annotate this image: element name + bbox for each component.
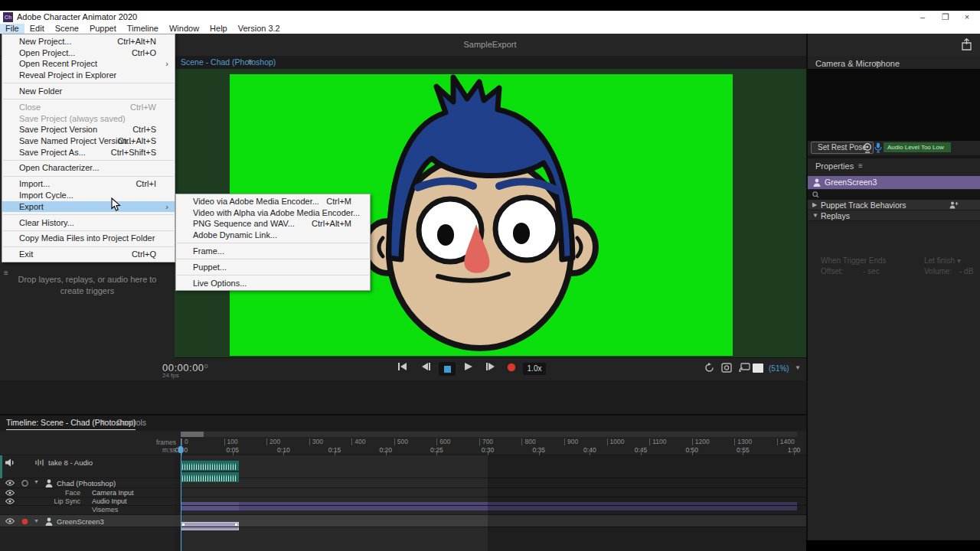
playhead-line[interactable] bbox=[181, 439, 181, 551]
menu-item[interactable]: Copy Media Files into Project Folder bbox=[2, 233, 175, 244]
audio-clip[interactable] bbox=[181, 461, 239, 471]
menu-item-label: Frame... bbox=[193, 246, 224, 256]
menu-item[interactable]: Save Project VersionCtrl+S bbox=[2, 124, 175, 135]
menu-item[interactable]: Frame... bbox=[176, 246, 370, 257]
menu-item-label: New Folder bbox=[19, 86, 62, 96]
menu-item[interactable]: Clear History... bbox=[2, 217, 175, 229]
menu-item[interactable]: Adobe Dynamic Link... bbox=[176, 230, 370, 241]
menu-item[interactable]: Import Cycle... bbox=[2, 190, 175, 201]
camera-panel-menu-icon[interactable]: ≡ bbox=[875, 59, 880, 67]
menu-edit[interactable]: Edit bbox=[24, 24, 50, 34]
viewport-zoom-level[interactable]: (51%) bbox=[769, 364, 789, 373]
menu-separator bbox=[177, 275, 369, 276]
menu-item[interactable]: New Project...Ctrl+Alt+N bbox=[2, 36, 175, 47]
menu-item[interactable]: Save Project As...Ctrl+Shift+S bbox=[2, 147, 175, 158]
menu-item[interactable]: Puppet... bbox=[176, 262, 370, 273]
camera-controls-row: Set Rest Pose Audio Level Too Low bbox=[808, 141, 980, 155]
mouse-cursor bbox=[111, 197, 121, 212]
puppet-track-behaviors-row[interactable]: ▶ Puppet Track Behaviors bbox=[808, 200, 980, 210]
properties-search-input[interactable] bbox=[808, 190, 980, 200]
timecode-frame-suffix: 0 bbox=[204, 363, 207, 370]
right-sidebar: Camera & Microphone ≡ Set Rest Pose Audi… bbox=[808, 56, 980, 540]
record-armed-icon[interactable] bbox=[21, 518, 28, 525]
timeline-panel-menu-icon[interactable]: ≡ bbox=[101, 418, 106, 426]
menu-help[interactable]: Help bbox=[204, 24, 233, 34]
menu-separator bbox=[3, 230, 174, 231]
visibility-eye-icon[interactable] bbox=[5, 480, 15, 486]
ruler-frame-label: 900 bbox=[564, 439, 578, 445]
menu-file[interactable]: File bbox=[0, 24, 24, 34]
ruler-frame-label: 0 bbox=[181, 439, 188, 445]
menu-item[interactable]: Save Named Project Version...Ctrl+Alt+S bbox=[2, 135, 175, 147]
replays-row[interactable]: ▼ Replays bbox=[808, 210, 980, 221]
menu-item-label: New Project... bbox=[19, 37, 71, 46]
playhead-handle[interactable] bbox=[178, 446, 183, 453]
timeline-ruler[interactable]: frames m:ss 0100200300400500600700800900… bbox=[0, 437, 806, 455]
properties-panel-menu-icon[interactable]: ≡ bbox=[858, 161, 863, 170]
visibility-eye-icon[interactable] bbox=[5, 498, 15, 504]
selected-puppet-row[interactable]: GreenScreen3 bbox=[808, 176, 980, 189]
menu-item[interactable]: Export› bbox=[2, 201, 175, 213]
menu-item[interactable]: Reveal Project in Explorer bbox=[2, 70, 175, 81]
chevron-down-icon[interactable]: ▼ bbox=[34, 479, 39, 484]
menu-item: CloseCtrl+W bbox=[2, 102, 175, 113]
menu-item-label: PNG Sequence and WAV... bbox=[193, 219, 295, 228]
export-share-icon[interactable] bbox=[961, 38, 972, 51]
puppet-track-name: Chad (Photoshop) bbox=[57, 479, 116, 487]
next-frame-button[interactable] bbox=[486, 363, 495, 370]
snapshot-icon[interactable] bbox=[721, 363, 732, 373]
menu-item[interactable]: Open Recent Project› bbox=[2, 58, 175, 70]
menu-item[interactable]: New Folder bbox=[2, 86, 175, 97]
menu-separator bbox=[3, 246, 174, 247]
add-behavior-icon[interactable] bbox=[949, 201, 959, 209]
menu-item[interactable]: Video via Adobe Media Encoder...Ctrl+M bbox=[176, 196, 370, 207]
go-to-start-button[interactable] bbox=[398, 363, 407, 370]
menu-item[interactable]: Live Options... bbox=[176, 278, 370, 289]
audio-track-color-strip bbox=[0, 455, 2, 478]
previous-frame-button[interactable] bbox=[421, 363, 430, 370]
menu-scene[interactable]: Scene bbox=[50, 24, 84, 34]
timeline-panel: Timeline: Scene - Chad (Photoshop) ≡ Con… bbox=[0, 414, 806, 551]
webcam-icon[interactable] bbox=[863, 143, 872, 153]
menu-item[interactable]: Import...Ctrl+I bbox=[2, 178, 175, 190]
behavior-input: Camera Input bbox=[92, 489, 134, 497]
arm-for-record-toggle[interactable] bbox=[21, 480, 28, 487]
visibility-eye-icon[interactable] bbox=[5, 490, 15, 496]
playback-speed[interactable]: 1.0x bbox=[523, 363, 546, 375]
ruler-frame-label: 800 bbox=[521, 439, 535, 445]
scene-panel-menu-icon[interactable]: ≡ bbox=[248, 57, 253, 66]
speaker-icon[interactable] bbox=[5, 458, 15, 467]
when-trigger-ends-label: When Trigger Ends bbox=[821, 256, 887, 265]
stream-output-icon[interactable] bbox=[739, 363, 750, 372]
menu-item-shortcut: Ctrl+Shift+S bbox=[111, 147, 156, 158]
minimize-button[interactable]: – bbox=[911, 11, 934, 24]
menu-item[interactable]: Open Characterizer... bbox=[2, 162, 175, 174]
close-button[interactable]: × bbox=[956, 11, 978, 24]
menu-item[interactable]: ExitCtrl+Q bbox=[2, 249, 175, 260]
background-color-swatch[interactable] bbox=[753, 364, 763, 373]
menu-window[interactable]: Window bbox=[164, 24, 204, 34]
microphone-icon[interactable] bbox=[874, 142, 882, 153]
menu-item: Save Project (always saved) bbox=[2, 113, 175, 125]
menu-item-label: Video with Alpha via Adobe Media Encoder… bbox=[193, 208, 360, 217]
menu-item[interactable]: Open Project...Ctrl+O bbox=[2, 47, 175, 59]
menu-puppet[interactable]: Puppet bbox=[84, 24, 122, 34]
timeline-horizontal-scrollbar[interactable] bbox=[181, 432, 797, 437]
stop-button[interactable] bbox=[439, 362, 456, 376]
visibility-eye-icon[interactable] bbox=[5, 518, 15, 524]
tab-controls[interactable]: Controls bbox=[116, 418, 146, 427]
zoom-dropdown-caret-icon[interactable]: ▼ bbox=[795, 364, 801, 371]
menu-item[interactable]: PNG Sequence and WAV...Ctrl+Alt+M bbox=[176, 218, 370, 230]
chevron-down-icon[interactable]: ▼ bbox=[34, 518, 39, 523]
tab-scene-chad[interactable]: Scene - Chad (Photoshop) bbox=[181, 57, 276, 67]
scrollbar-thumb[interactable] bbox=[181, 432, 204, 437]
maximize-button[interactable]: ❐ bbox=[934, 11, 957, 24]
ruler-frame-label: 1300 bbox=[734, 439, 752, 445]
record-button[interactable] bbox=[507, 363, 516, 372]
menu-timeline[interactable]: Timeline bbox=[122, 24, 164, 34]
ruler-frame-label: 300 bbox=[309, 439, 323, 445]
play-button[interactable] bbox=[465, 363, 472, 370]
menu-item[interactable]: Video with Alpha via Adobe Media Encoder… bbox=[176, 207, 370, 219]
menu-separator bbox=[3, 99, 174, 99]
loop-playback-icon[interactable] bbox=[704, 363, 714, 373]
